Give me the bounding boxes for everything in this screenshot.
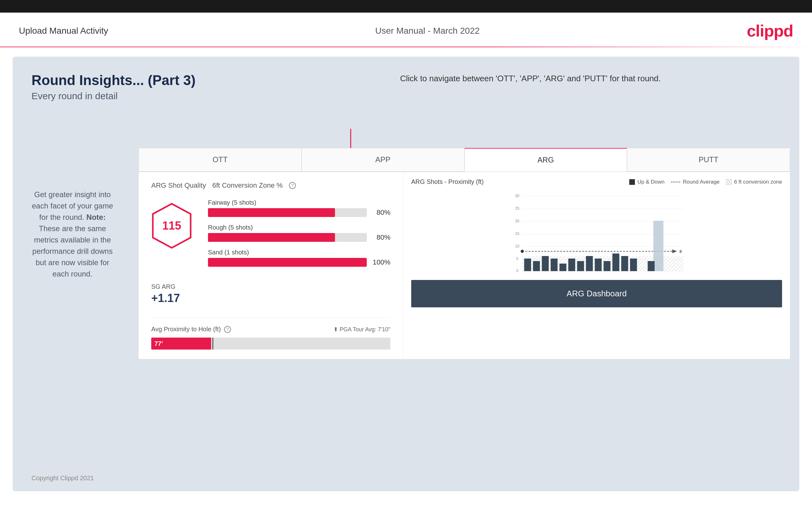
tab-putt[interactable]: PUTT [627, 148, 790, 172]
proximity-help-icon[interactable]: ? [224, 326, 231, 333]
sg-area: SG ARG +1.17 [151, 283, 391, 305]
hex-score-value: 115 [162, 219, 181, 232]
bar-label-rough: Rough (5 shots) [208, 224, 391, 231]
svg-text:5: 5 [516, 257, 518, 261]
svg-rect-36 [648, 261, 655, 271]
legend-item-avg: Round Average [671, 179, 720, 185]
top-bar [0, 0, 812, 13]
svg-text:15: 15 [515, 231, 520, 236]
header: Upload Manual Activity User Manual - Mar… [0, 13, 812, 47]
bar-fill-rough [208, 233, 335, 242]
tab-ott[interactable]: OTT [139, 148, 302, 172]
svg-text:10: 10 [515, 244, 520, 248]
svg-rect-32 [604, 261, 611, 271]
proximity-section: Avg Proximity to Hole (ft) ? ⬆ PGA Tour … [151, 318, 391, 349]
tab-arg[interactable]: ARG [464, 148, 627, 172]
tab-content: ARG Shot Quality 6ft Conversion Zone % ?… [139, 172, 790, 359]
svg-rect-29 [577, 261, 584, 271]
nav-hint: Click to navigate between 'OTT', 'APP', … [400, 72, 661, 129]
bar-row-fairway: Fairway (5 shots) 80% [208, 199, 391, 217]
sg-value: +1.17 [151, 292, 391, 305]
bar-container-rough: 80% [208, 233, 391, 242]
section-header: ARG Shot Quality 6ft Conversion Zone % ? [151, 181, 391, 189]
svg-text:0: 0 [516, 269, 518, 273]
svg-text:25: 25 [515, 206, 520, 211]
bar-container-fairway: 80% [208, 208, 391, 217]
pga-avg-label: ⬆ PGA Tour Avg: 7'10" [334, 326, 391, 333]
legend: Up & Down Round Average 6 ft conversion … [629, 179, 782, 185]
bar-track-fairway [208, 208, 367, 217]
svg-rect-22 [654, 221, 664, 271]
svg-rect-30 [586, 256, 593, 271]
svg-rect-35 [630, 259, 637, 271]
bars-area: Fairway (5 shots) 80% Rough (5 shots) [208, 199, 391, 274]
bar-pct-rough: 80% [371, 233, 391, 241]
bar-container-sand: 100% [208, 258, 391, 267]
legend-box-updown [629, 179, 635, 185]
tabs: OTT APP ARG PUTT [139, 148, 790, 172]
svg-text:30: 30 [515, 194, 520, 198]
bar-track-rough [208, 233, 367, 242]
tab-app[interactable]: APP [302, 148, 464, 172]
chart-header: ARG Shots - Proximity (ft) Up & Down Rou… [411, 178, 782, 185]
svg-point-19 [520, 249, 524, 253]
left-panel: ARG Shot Quality 6ft Conversion Zone % ?… [139, 172, 403, 359]
svg-rect-33 [613, 253, 619, 271]
bar-label-sand: Sand (1 shots) [208, 249, 391, 256]
bar-fill-sand [208, 258, 367, 267]
legend-dashed-avg [671, 182, 680, 182]
logo: clippd [747, 21, 793, 40]
section-title: ARG Shot Quality [151, 181, 206, 189]
help-icon[interactable]: ? [289, 182, 296, 189]
proximity-label: Avg Proximity to Hole (ft) ? [151, 326, 231, 333]
svg-rect-28 [568, 259, 575, 271]
header-divider [0, 47, 812, 47]
section-subtitle: 6ft Conversion Zone % [212, 181, 283, 189]
svg-rect-25 [542, 256, 549, 271]
main-content: Round Insights... (Part 3) Every round i… [13, 57, 799, 491]
document-title: User Manual - March 2022 [375, 26, 479, 36]
svg-rect-26 [551, 259, 558, 271]
legend-label-avg: Round Average [683, 179, 720, 185]
upload-link[interactable]: Upload Manual Activity [19, 26, 108, 36]
legend-item-conversion: 6 ft conversion zone [726, 179, 782, 185]
svg-rect-27 [560, 264, 566, 271]
hexagon-score: 115 [151, 202, 192, 249]
legend-label-updown: Up & Down [638, 179, 665, 185]
bar-label-fairway: Fairway (5 shots) [208, 199, 391, 206]
proximity-cursor [212, 338, 213, 349]
proximity-bar-fill: 77' [151, 338, 211, 349]
chart-area: 0 5 10 15 20 25 30 [411, 192, 782, 274]
bar-fill-fairway [208, 208, 335, 217]
svg-rect-34 [621, 256, 628, 271]
chart-svg: 0 5 10 15 20 25 30 [411, 192, 782, 274]
bar-row-sand: Sand (1 shots) 100% [208, 249, 391, 267]
proximity-bar-track: 77' [151, 338, 391, 349]
bar-pct-sand: 100% [371, 258, 391, 267]
svg-text:8: 8 [680, 249, 682, 254]
score-area: 115 Fairway (5 shots) 80% [151, 199, 391, 274]
svg-text:20: 20 [515, 219, 520, 223]
svg-rect-23 [524, 259, 531, 271]
chart-title: ARG Shots - Proximity (ft) [411, 178, 484, 185]
legend-hatched-conversion [726, 179, 732, 185]
svg-marker-20 [672, 249, 677, 253]
bar-track-sand [208, 258, 367, 267]
proximity-header: Avg Proximity to Hole (ft) ? ⬆ PGA Tour … [151, 326, 391, 333]
proximity-value: 77' [154, 340, 163, 347]
dashboard-card: OTT APP ARG PUTT ARG Shot Quality 6ft Co… [139, 148, 790, 359]
footer: Copyright Clippd 2021 [32, 474, 94, 482]
insight-text: Get greater insight into each facet of y… [29, 189, 116, 280]
copyright: Copyright Clippd 2021 [32, 474, 94, 482]
right-panel: ARG Shots - Proximity (ft) Up & Down Rou… [403, 172, 790, 359]
arg-dashboard-button[interactable]: ARG Dashboard [411, 280, 782, 307]
svg-rect-31 [595, 259, 602, 271]
legend-label-conversion: 6 ft conversion zone [734, 179, 782, 185]
svg-rect-24 [533, 261, 540, 271]
sg-label: SG ARG [151, 283, 391, 290]
bar-pct-fairway: 80% [371, 209, 391, 217]
bar-row-rough: Rough (5 shots) 80% [208, 224, 391, 242]
legend-item-updown: Up & Down [629, 179, 665, 185]
